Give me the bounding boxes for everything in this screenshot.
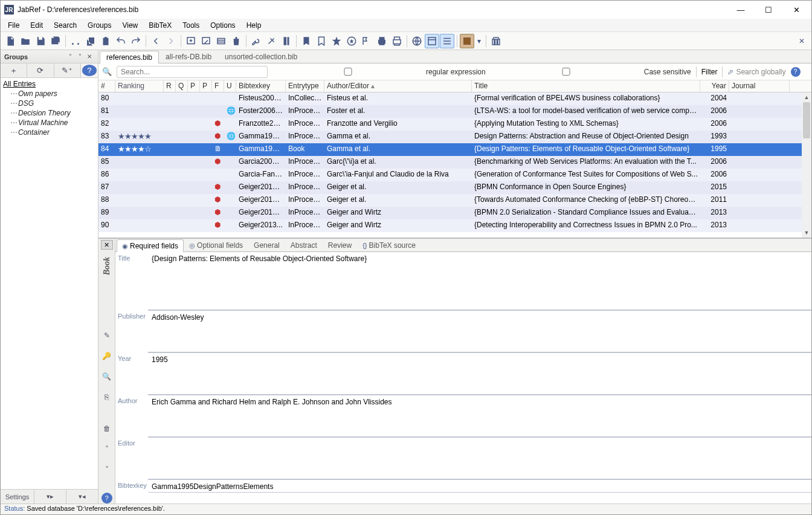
globe-icon[interactable]: 🌐 (224, 131, 236, 143)
col-f[interactable]: F (212, 80, 224, 92)
menu-tools[interactable]: Tools (178, 20, 204, 31)
scroll-down-icon[interactable]: ▼ (802, 228, 811, 238)
menu-search[interactable]: Search (49, 20, 82, 31)
quality-button[interactable] (344, 34, 359, 48)
table-row[interactable]: 90⬢Geiger2013...InProcee...Geiger and Wi… (98, 219, 811, 232)
tab-allrefs[interactable]: all-refs-DB.bib (159, 50, 218, 63)
fetch-button[interactable] (460, 34, 474, 48)
group-refresh-button[interactable]: ⟳ (27, 63, 54, 77)
groups-up-icon[interactable]: ˄ (65, 53, 75, 60)
editor-tab-review[interactable]: Review (323, 239, 357, 251)
groups-close-icon[interactable]: ✕ (85, 53, 94, 60)
group-autogroup-button[interactable]: ✎⁺ (54, 63, 81, 77)
donate-button[interactable] (489, 34, 503, 48)
close-button[interactable]: ✕ (782, 1, 810, 19)
table-row[interactable]: 85⬢Garcia2006B...InProcee...Garc{\'\i}a … (98, 156, 811, 169)
groups-down-icon[interactable]: ˅ (75, 53, 85, 60)
close-db-button[interactable]: ✕ (794, 34, 809, 48)
editor-delete-icon[interactable]: 🗑 (101, 423, 113, 435)
print2-button[interactable] (390, 34, 404, 48)
toggle-preview-button[interactable] (425, 34, 439, 48)
field-bibtexkey[interactable]: Gamma1995DesignPatternsElements (148, 479, 811, 493)
group-add-button[interactable]: ＋ (1, 63, 27, 77)
col-ranking[interactable]: Ranking (115, 80, 164, 92)
field-publisher[interactable]: Addison-Wesley (148, 310, 811, 352)
menu-options[interactable]: Options (205, 20, 240, 31)
table-row[interactable]: 89⬢Geiger2013B...InProcee...Geiger and W… (98, 207, 811, 219)
col-author[interactable]: Author/Editor ▴ (324, 80, 472, 92)
pdf-icon[interactable]: ⬢ (212, 194, 224, 207)
case-checkbox[interactable]: Case sensitive (491, 68, 691, 76)
pdf-icon[interactable]: ⬢ (212, 219, 224, 232)
vertical-scrollbar[interactable]: ▲ ▼ (802, 92, 811, 238)
save-all-button[interactable] (48, 34, 63, 48)
col-q[interactable]: Q (176, 80, 188, 92)
editor-close-button[interactable]: ✕ (101, 240, 113, 250)
editor-key-icon[interactable]: 🔑 (101, 350, 113, 362)
groups-expand-button[interactable]: ▾▸ (34, 490, 66, 504)
col-index[interactable]: # (98, 80, 115, 92)
scroll-thumb[interactable] (803, 102, 810, 138)
editor-prev-icon[interactable]: ˄ (101, 443, 113, 455)
cut-button[interactable] (68, 34, 83, 48)
field-year[interactable]: 1995 (148, 352, 811, 395)
col-title[interactable]: Title (472, 80, 700, 92)
cleanup-button[interactable] (264, 34, 279, 48)
delete-button[interactable] (229, 34, 243, 48)
external-icon[interactable]: ⬀ (727, 68, 733, 76)
pdf-icon[interactable]: ⬢ (212, 131, 224, 143)
forward-button[interactable] (164, 34, 178, 48)
push-button[interactable] (279, 34, 294, 48)
save-button[interactable] (33, 34, 48, 48)
search-globally-link[interactable]: Search globally (736, 68, 785, 76)
tab-references[interactable]: references.bib (100, 51, 159, 63)
pdf-icon[interactable]: ⬢ (212, 181, 224, 194)
web-button[interactable] (410, 34, 424, 48)
menu-help[interactable]: Help (242, 20, 266, 31)
col-journal[interactable]: Journal (729, 80, 790, 92)
print-button[interactable] (375, 34, 389, 48)
field-author[interactable]: Erich Gamma and Richard Helm and Ralph E… (148, 395, 811, 437)
toggle-groups-button[interactable] (440, 34, 454, 48)
col-pp[interactable]: P (200, 80, 212, 92)
menu-file[interactable]: File (3, 20, 24, 31)
editor-edit-icon[interactable]: ✎ (101, 329, 113, 342)
maximize-button[interactable]: ☐ (755, 1, 782, 19)
editor-import-icon[interactable]: ⎘ (101, 391, 113, 403)
tree-all-entries[interactable]: All Entries (3, 79, 95, 89)
field-editor[interactable] (148, 437, 811, 479)
col-bibtexkey[interactable]: Bibtexkey (236, 80, 286, 92)
editor-search-icon[interactable]: 🔍 (101, 371, 113, 383)
menu-bibtex[interactable]: BibTeX (144, 20, 176, 31)
table-row[interactable]: 86Garcia-Fanju...InProcee...Garc\'ia-Fan… (98, 169, 811, 181)
tab-unsorted[interactable]: unsorted-collection.bib (218, 50, 304, 63)
groups-collapse-button[interactable]: ▾◂ (66, 490, 98, 504)
pdf-icon[interactable]: ⬢ (212, 156, 224, 169)
tree-item[interactable]: Virtual Machine (3, 118, 95, 128)
table-row[interactable]: 87⬢Geiger2015B...InProcee...Geiger et al… (98, 181, 811, 194)
editor-help-icon[interactable]: ? (102, 493, 112, 504)
back-button[interactable] (149, 34, 163, 48)
col-p[interactable]: P (188, 80, 200, 92)
search-input[interactable] (117, 66, 268, 78)
copy-button[interactable] (83, 34, 98, 48)
search-help-icon[interactable]: ? (791, 67, 801, 77)
priority-button[interactable] (359, 34, 374, 48)
editor-tab-source[interactable]: {}BibTeX source (357, 239, 421, 251)
table-row[interactable]: 83★★★★★⬢🌐Gamma1993...InProcee...Gamma et… (98, 131, 811, 143)
menu-view[interactable]: View (117, 20, 143, 31)
menu-groups[interactable]: Groups (83, 20, 116, 31)
editor-tab-general[interactable]: General (248, 239, 285, 251)
minimize-button[interactable]: — (727, 1, 755, 19)
paste-button[interactable] (98, 34, 113, 48)
tree-item[interactable]: Decision Theory (3, 108, 95, 118)
tree-item[interactable]: Container (3, 128, 95, 137)
groups-settings-button[interactable]: Settings (1, 490, 34, 504)
globe-icon[interactable]: 🌐 (224, 105, 236, 118)
tree-item[interactable]: Own papers (3, 89, 95, 99)
doc-icon[interactable]: 🗎 (212, 143, 224, 156)
mark-button[interactable] (299, 34, 314, 48)
undo-button[interactable] (114, 34, 128, 48)
fetch-dropdown[interactable]: ▾ (475, 34, 483, 48)
col-u[interactable]: U (224, 80, 236, 92)
